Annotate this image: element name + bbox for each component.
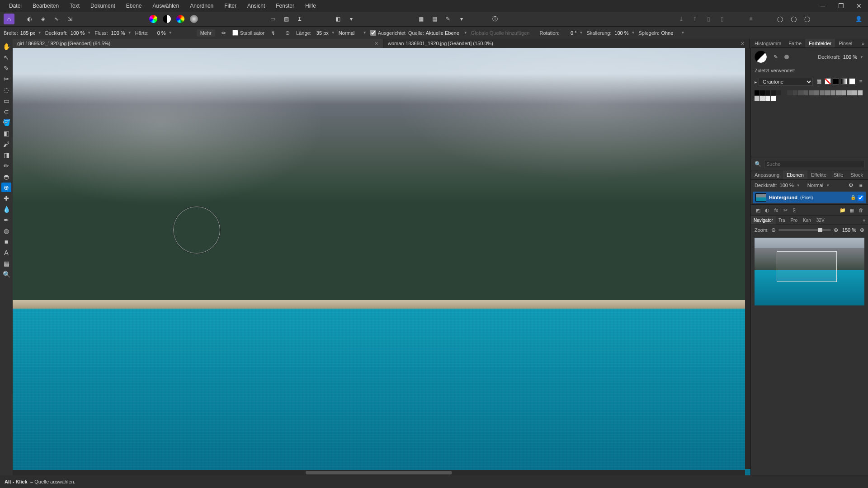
- lasso-tool-icon[interactable]: ⊂: [1, 107, 11, 116]
- move-tool-icon[interactable]: ↖: [1, 52, 11, 62]
- color-grey-icon[interactable]: [188, 13, 200, 25]
- length-value[interactable]: 35 px: [313, 30, 330, 36]
- swatch[interactable]: [755, 96, 760, 101]
- flow-value[interactable]: 100 %: [110, 30, 126, 36]
- tab-pinsel[interactable]: Pinsel: [835, 39, 856, 47]
- tab-anpassung[interactable]: Anpassung: [751, 170, 783, 179]
- width-drop-icon[interactable]: ▼: [38, 31, 42, 35]
- blend-drop-icon[interactable]: ▼: [363, 31, 368, 35]
- flow-drop-icon[interactable]: ▼: [128, 31, 132, 35]
- blend-mode[interactable]: Normal: [339, 30, 361, 36]
- layer-menu-icon[interactable]: ≡: [857, 182, 864, 189]
- window-mode-icon[interactable]: ⊙: [282, 27, 293, 39]
- erase-tool-icon[interactable]: ◨: [1, 150, 11, 160]
- swatch[interactable]: [836, 90, 841, 95]
- swatch[interactable]: [814, 90, 819, 95]
- healing-tool-icon[interactable]: ✚: [1, 193, 11, 203]
- swatch-white-icon[interactable]: [849, 78, 855, 84]
- hardness-drop-icon[interactable]: ▼: [169, 31, 173, 35]
- swatch[interactable]: [809, 90, 814, 95]
- scale-value[interactable]: 100 %: [613, 30, 630, 36]
- zoom-value[interactable]: 150 %: [841, 227, 857, 233]
- quicklook-icon[interactable]: ◧: [332, 13, 344, 25]
- selection-brush-tool-icon[interactable]: ◌: [1, 85, 11, 94]
- sponge-tool-icon[interactable]: ◍: [1, 226, 11, 235]
- tab-farbfelder[interactable]: Farbfelder: [805, 39, 835, 47]
- swatch-opacity-drop-icon[interactable]: ▼: [860, 55, 864, 59]
- layer-blend-drop-icon[interactable]: ▼: [826, 183, 830, 188]
- add-layer-icon[interactable]: ▦: [848, 206, 855, 214]
- swatch[interactable]: [765, 90, 770, 95]
- crop-layer-icon[interactable]: ✂: [782, 206, 789, 214]
- length-drop-icon[interactable]: ▼: [331, 31, 336, 35]
- swatch[interactable]: [803, 90, 808, 95]
- swatch[interactable]: [782, 90, 787, 95]
- pen-tool-icon[interactable]: ✒: [1, 215, 11, 225]
- swatch-opacity-value[interactable]: 100 %: [843, 54, 857, 60]
- layer-opacity-drop-icon[interactable]: ▼: [797, 183, 801, 188]
- swatch-menu-icon[interactable]: ≡: [857, 78, 864, 85]
- foreground-background-swatch-icon[interactable]: [755, 51, 767, 63]
- scale-drop-icon[interactable]: ▼: [632, 31, 636, 35]
- account-icon[interactable]: 👤: [853, 13, 864, 25]
- menu-fenster[interactable]: Fenster: [270, 1, 300, 11]
- swatch[interactable]: [852, 90, 857, 95]
- aligned-checkbox[interactable]: [370, 30, 376, 36]
- source-drop-icon[interactable]: ▼: [464, 31, 468, 35]
- marquee-tool-icon[interactable]: ▭: [1, 96, 11, 105]
- canvas-horizontal-scrollbar-thumb[interactable]: [306, 471, 452, 474]
- swatch[interactable]: [825, 90, 830, 95]
- tab-effekte[interactable]: Effekte: [807, 170, 830, 179]
- menu-ebene[interactable]: Ebene: [121, 1, 147, 11]
- swatch[interactable]: [820, 90, 825, 95]
- color-hue-icon[interactable]: [175, 13, 186, 25]
- zoom-out-icon[interactable]: ⊖: [771, 227, 776, 233]
- hand-tool-icon[interactable]: ✋: [1, 42, 11, 51]
- navigator-preview[interactable]: [755, 238, 864, 305]
- selection-new-icon[interactable]: ▭: [267, 13, 278, 25]
- swatch-view-icon[interactable]: ▦: [816, 78, 823, 84]
- fx-layer-icon[interactable]: fx: [773, 206, 780, 214]
- canvas-area[interactable]: [13, 48, 750, 475]
- info-icon[interactable]: ⓘ: [489, 13, 501, 25]
- mirror-value[interactable]: Ohne: [661, 30, 679, 36]
- text-tool-icon[interactable]: A: [1, 248, 11, 257]
- menu-auswaehlen[interactable]: Auswählen: [147, 1, 184, 11]
- layer-blend-value[interactable]: Normal: [807, 183, 823, 188]
- flood-tool-icon[interactable]: 🪣: [1, 117, 11, 127]
- layer-visible-checkbox[interactable]: [858, 195, 863, 201]
- dodge-tool-icon[interactable]: ◓: [1, 172, 11, 181]
- order-icon[interactable]: ≡: [745, 13, 757, 25]
- layer-row[interactable]: Hintergrund (Pixel) 🔒: [753, 192, 866, 203]
- arrange-snap-drop-icon[interactable]: ▾: [456, 13, 467, 25]
- tab-kan[interactable]: Kan: [800, 216, 814, 225]
- more-button[interactable]: Mehr: [197, 29, 215, 37]
- document-canvas[interactable]: [13, 48, 750, 475]
- menu-datei[interactable]: Datei: [4, 1, 27, 11]
- swatch-preset-select[interactable]: Grautöne: [759, 78, 813, 86]
- swatch[interactable]: [765, 96, 770, 101]
- swatch[interactable]: [847, 90, 852, 95]
- live-group2-icon[interactable]: ◯: [788, 13, 799, 25]
- color-rgb-icon[interactable]: [147, 13, 159, 25]
- swatch[interactable]: [760, 90, 765, 95]
- blur-tool-icon[interactable]: 💧: [1, 204, 11, 214]
- layer-opacity-value[interactable]: 100 %: [780, 183, 794, 188]
- mask-layer-icon[interactable]: ◩: [755, 206, 762, 214]
- tab-navigator[interactable]: Navigator: [751, 216, 776, 225]
- pressure-size-icon[interactable]: ✏: [218, 27, 230, 39]
- gradient-tool-icon[interactable]: ◧: [1, 128, 11, 138]
- swatch[interactable]: [793, 90, 797, 95]
- swatch[interactable]: [776, 90, 781, 95]
- tab-stile[interactable]: Stile: [830, 170, 847, 179]
- maximize-icon[interactable]: ❐: [832, 0, 850, 12]
- rope-mode-icon[interactable]: ↯: [267, 27, 279, 39]
- tab-histogramm[interactable]: Histogramm: [751, 39, 785, 47]
- layer-lock-icon[interactable]: 🔒: [850, 195, 856, 201]
- swatch[interactable]: [830, 90, 835, 95]
- close-icon[interactable]: ✕: [850, 0, 868, 12]
- link-layer-icon[interactable]: ⎘: [791, 206, 798, 214]
- persona-liquify-icon[interactable]: ◈: [37, 13, 49, 25]
- zoom-slider[interactable]: [778, 229, 831, 231]
- stabilizer-checkbox[interactable]: [232, 30, 238, 36]
